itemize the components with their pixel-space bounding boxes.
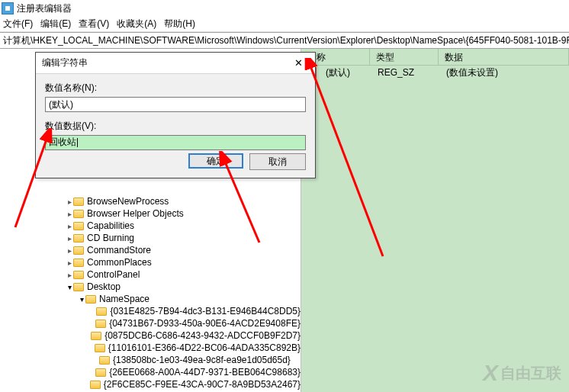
edit-string-dialog: 编辑字符串 ✕ 数值名称(N): 数值数据(V): 回收站 确定 取消 xyxy=(35,52,316,178)
tree-label: CommonPlaces xyxy=(87,257,152,268)
watermark: X 自由互联 xyxy=(483,360,561,386)
tree-label: {2F6CE85C-F9EE-43CA-90C7-8A9BD53A2467} xyxy=(104,379,301,390)
chevron-right-icon[interactable]: ▸ xyxy=(66,222,73,230)
folder-icon xyxy=(73,246,84,255)
tree-row[interactable]: {04731B67-D933-450a-90E6-4ACD2E9408FE} xyxy=(0,317,301,329)
tree-row[interactable]: {031E4825-7B94-4dc3-B131-E946B44C8DD5} xyxy=(0,305,301,317)
cell-type: REG_SZ xyxy=(371,67,440,78)
tree-label: {138508bc-1e03-49ea-9c8f-ea9e1d05d65d} xyxy=(113,355,291,365)
tree-label: {26EE0668-A00A-44D7-9371-BEB064C98683} xyxy=(109,367,301,378)
col-data[interactable]: 数据 xyxy=(439,49,569,65)
folder-icon xyxy=(85,295,96,304)
window-title: 注册表编辑器 xyxy=(17,2,72,15)
folder-icon xyxy=(73,222,84,230)
menu-file[interactable]: 文件(F) xyxy=(3,18,33,31)
chevron-right-icon[interactable]: ▸ xyxy=(66,234,73,243)
tree-row[interactable]: {2F6CE85C-F9EE-43CA-90C7-8A9BD53A2467} xyxy=(0,378,301,390)
folder-icon xyxy=(99,356,110,365)
folder-icon xyxy=(73,283,84,291)
title-bar: 注册表编辑器 xyxy=(0,0,569,17)
tree-label: BrowseNewProcess xyxy=(87,196,169,207)
tree-row[interactable]: ▸Capabilities xyxy=(0,220,301,232)
values-pane[interactable]: 名称 类型 数据 ab (默认) REG_SZ (数值未设置) xyxy=(301,49,569,392)
tree-row[interactable]: ▸Browser Helper Objects xyxy=(0,207,301,220)
chevron-right-icon[interactable]: ▸ xyxy=(66,271,73,279)
menu-favorites[interactable]: 收藏夹(A) xyxy=(117,18,156,31)
folder-icon xyxy=(95,320,106,328)
tree-label: {11016101-E366-4D22-BC06-4ADA335C892B} xyxy=(108,342,301,353)
list-header: 名称 类型 数据 xyxy=(301,49,569,66)
tree-row[interactable]: ▾NameSpace xyxy=(0,293,301,305)
tree-label: NameSpace xyxy=(99,294,149,304)
list-row[interactable]: ab (默认) REG_SZ (数值未设置) xyxy=(301,66,569,79)
tree-row[interactable]: ▾Desktop xyxy=(0,281,301,293)
value-data-label: 数值数据(V): xyxy=(45,120,306,133)
tree-label: CD Burning xyxy=(87,233,134,243)
tree-label: Desktop xyxy=(87,281,121,292)
watermark-text: 自由互联 xyxy=(500,363,561,384)
folder-icon xyxy=(73,210,84,218)
tree-label: Browser Helper Objects xyxy=(87,208,184,219)
folder-icon xyxy=(73,198,84,206)
menu-bar: 文件(F) 编辑(E) 查看(V) 收藏夹(A) 帮助(H) xyxy=(0,17,569,32)
app-icon xyxy=(2,2,14,14)
dialog-title: 编辑字符串 xyxy=(42,56,88,69)
tree-row[interactable]: {26EE0668-A00A-44D7-9371-BEB064C98683} xyxy=(0,366,301,378)
tree-row[interactable]: {0875DCB6-C686-4243-9432-ADCCF0B9F2D7} xyxy=(0,329,301,342)
chevron-right-icon[interactable]: ▸ xyxy=(66,210,73,218)
folder-icon xyxy=(73,259,84,267)
folder-icon xyxy=(73,234,84,243)
menu-help[interactable]: 帮助(H) xyxy=(164,18,195,31)
watermark-logo-icon: X xyxy=(483,360,496,386)
address-bar[interactable]: 计算机\HKEY_LOCAL_MACHINE\SOFTWARE\Microsof… xyxy=(0,32,569,49)
tree-row[interactable]: ▸CommandStore xyxy=(0,244,301,256)
tree-row[interactable]: {11016101-E366-4D22-BC06-4ADA335C892B} xyxy=(0,342,301,354)
tree-label: Capabilities xyxy=(87,220,134,231)
tree-label: {031E4825-7B94-4dc3-B131-E946B44C8DD5} xyxy=(110,306,301,316)
tree-label: CommandStore xyxy=(87,245,151,255)
text-caret xyxy=(77,138,78,147)
cell-name: (默认) xyxy=(320,66,371,79)
chevron-right-icon[interactable]: ▸ xyxy=(66,246,73,255)
tree-row[interactable]: ▸ControlPanel xyxy=(0,268,301,281)
tree-label: {0875DCB6-C686-4243-9432-ADCCF0B9F2D7} xyxy=(104,330,301,341)
cell-data: (数值未设置) xyxy=(440,66,504,79)
value-name-input[interactable] xyxy=(45,97,306,112)
folder-icon xyxy=(73,271,84,279)
tree-row[interactable]: ▸CD Burning xyxy=(0,232,301,244)
chevron-down-icon[interactable]: ▾ xyxy=(66,283,73,291)
folder-icon xyxy=(95,344,105,352)
chevron-right-icon[interactable]: ▸ xyxy=(66,198,73,206)
tree-label: {04731B67-D933-450a-90E6-4ACD2E9408FE} xyxy=(109,318,301,329)
tree-row[interactable]: {138508bc-1e03-49ea-9c8f-ea9e1d05d65d} xyxy=(0,354,301,366)
chevron-down-icon[interactable]: ▾ xyxy=(78,295,85,304)
ok-button[interactable]: 确定 xyxy=(188,153,243,169)
folder-icon xyxy=(96,307,107,316)
chevron-right-icon[interactable]: ▸ xyxy=(66,259,73,267)
close-icon[interactable]: ✕ xyxy=(284,56,312,71)
tree-row[interactable]: ▸CommonPlaces xyxy=(0,256,301,268)
folder-icon xyxy=(95,368,106,377)
folder-icon xyxy=(90,381,101,389)
col-type[interactable]: 类型 xyxy=(370,49,439,65)
folder-icon xyxy=(91,332,101,340)
menu-edit[interactable]: 编辑(E) xyxy=(40,18,71,31)
cancel-button[interactable]: 取消 xyxy=(249,153,306,170)
value-name-label: 数值名称(N): xyxy=(45,82,306,95)
address-path: 计算机\HKEY_LOCAL_MACHINE\SOFTWARE\Microsof… xyxy=(3,34,569,47)
tree-label: ControlPanel xyxy=(87,269,140,280)
menu-view[interactable]: 查看(V) xyxy=(79,18,109,31)
tree-row[interactable]: ▸BrowseNewProcess xyxy=(0,195,301,207)
dialog-title-bar[interactable]: 编辑字符串 ✕ xyxy=(36,53,315,74)
value-data-input[interactable]: 回收站 xyxy=(45,135,306,150)
